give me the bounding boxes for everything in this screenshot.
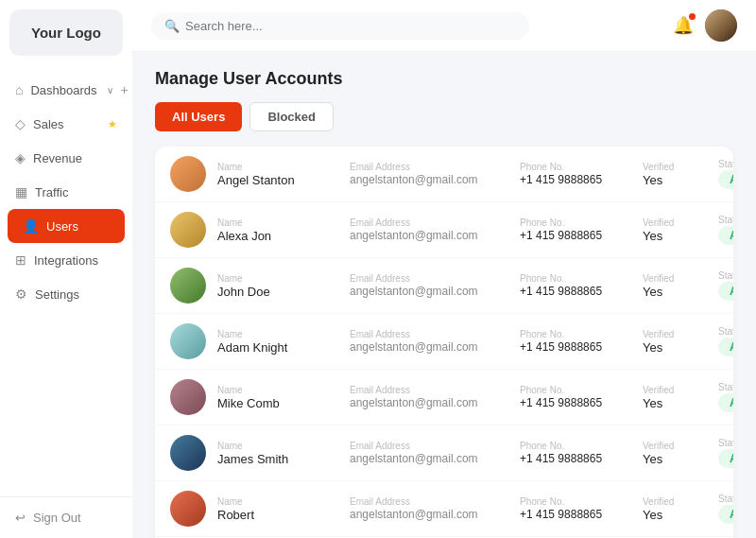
- phone-label: Phone No.: [520, 273, 643, 284]
- user-email-cell: Email Addressangelstanton@gmail.com: [350, 385, 520, 409]
- user-phone-cell: Phone No.+1 415 9888865: [520, 217, 643, 242]
- user-verified-cell: VerifiedYes: [643, 162, 718, 187]
- table-row: NameAlexa JonEmail Addressangelstanton@g…: [155, 202, 733, 258]
- user-verified-cell: VerifiedYes: [643, 273, 718, 299]
- user-name: John Doe: [217, 285, 350, 299]
- user-name: Alexa Jon: [217, 229, 350, 243]
- user-status-cell: StatusActive: [718, 326, 733, 356]
- add-icon[interactable]: +: [121, 82, 129, 97]
- sidebar-item-settings[interactable]: ⚙ Settings: [0, 277, 132, 311]
- name-label: Name: [217, 385, 350, 395]
- user-phone: +1 415 9888865: [520, 508, 643, 521]
- user-phone: +1 415 9888865: [520, 340, 643, 354]
- status-badge: Active: [718, 338, 733, 356]
- page-title: Manage User Accounts: [155, 69, 733, 89]
- sidebar-item-revenue[interactable]: ◈ Revenue: [0, 141, 132, 175]
- email-label: Email Address: [350, 496, 520, 507]
- user-verified: Yes: [643, 173, 718, 187]
- header-actions: 🔔: [673, 9, 737, 42]
- notification-dot: [689, 13, 696, 20]
- tab-blocked[interactable]: Blocked: [249, 102, 334, 131]
- user-email-cell: Email Addressangelstanton@gmail.com: [350, 329, 520, 354]
- signout-icon: ↩: [15, 511, 26, 525]
- user-avatar: [170, 491, 206, 527]
- notification-bell[interactable]: 🔔: [673, 15, 694, 36]
- user-verified-cell: VerifiedYes: [643, 385, 718, 410]
- user-verified: Yes: [643, 285, 718, 299]
- sidebar-item-dashboards[interactable]: ⌂ Dashboards ∨ +: [0, 73, 132, 107]
- user-name-cell: NameMike Comb: [217, 385, 350, 410]
- search-icon: 🔍: [164, 19, 180, 33]
- verified-label: Verified: [643, 441, 718, 451]
- verified-label: Verified: [643, 217, 718, 228]
- sign-out-label: Sign Out: [33, 511, 81, 525]
- sidebar-label-sales: Sales: [33, 117, 64, 131]
- sidebar-item-sales[interactable]: ◇ Sales ★: [0, 107, 132, 141]
- sidebar-label-settings: Settings: [35, 287, 79, 302]
- status-label: Status: [718, 159, 733, 169]
- user-status-cell: StatusActive: [718, 382, 733, 412]
- sign-out-button[interactable]: ↩ Sign Out: [0, 496, 132, 538]
- user-phone-cell: Phone No.+1 415 9888865: [520, 162, 643, 186]
- name-label: Name: [217, 441, 350, 451]
- status-label: Status: [718, 215, 733, 225]
- sales-icon: ◇: [15, 116, 26, 131]
- user-email: angelstanton@gmail.com: [350, 173, 520, 186]
- avatar-image: [705, 9, 737, 42]
- revenue-icon: ◈: [15, 150, 26, 165]
- user-name-cell: NameJames Smith: [217, 441, 350, 466]
- phone-label: Phone No.: [520, 385, 643, 395]
- status-label: Status: [718, 270, 733, 281]
- user-name: Adam Knight: [217, 340, 350, 355]
- email-label: Email Address: [350, 441, 520, 451]
- sidebar-item-traffic[interactable]: ▦ Traffic: [0, 175, 132, 209]
- sidebar-item-users[interactable]: 👤 Users: [8, 209, 125, 243]
- sidebar: Your Logo ⌂ Dashboards ∨ + ◇ Sales ★ ◈ R…: [0, 0, 132, 538]
- user-verified-cell: VerifiedYes: [643, 496, 718, 522]
- sidebar-label-dashboards: Dashboards: [30, 83, 96, 97]
- user-name-cell: NameAlexa Jon: [217, 217, 350, 243]
- user-phone: +1 415 9888865: [520, 173, 643, 186]
- user-phone: +1 415 9888865: [520, 452, 643, 465]
- user-verified-cell: VerifiedYes: [643, 217, 718, 243]
- verified-label: Verified: [643, 273, 718, 284]
- sidebar-label-revenue: Revenue: [33, 151, 82, 165]
- user-avatar: [170, 268, 206, 304]
- table-row: NameAdam KnightEmail Addressangelstanton…: [155, 314, 733, 370]
- sidebar-label-traffic: Traffic: [35, 185, 68, 200]
- name-label: Name: [217, 217, 350, 228]
- name-label: Name: [217, 496, 350, 507]
- tab-all-users[interactable]: All Users: [155, 102, 242, 131]
- chevron-down-icon: ∨: [107, 85, 113, 95]
- content-area: Manage User Accounts All Users Blocked N…: [132, 52, 756, 538]
- sidebar-label-integrations: Integrations: [34, 253, 98, 268]
- logo: Your Logo: [9, 9, 123, 56]
- user-name-cell: NameAdam Knight: [217, 329, 350, 355]
- search-input[interactable]: [185, 19, 516, 33]
- name-label: Name: [217, 273, 350, 284]
- user-status-cell: StatusActive: [718, 494, 733, 524]
- user-name-cell: NameAngel Stanton: [217, 162, 350, 187]
- name-label: Name: [217, 162, 350, 172]
- status-badge: Active: [718, 393, 733, 412]
- status-label: Status: [718, 494, 733, 504]
- phone-label: Phone No.: [520, 329, 643, 339]
- user-status-cell: StatusActive: [718, 159, 733, 189]
- user-email: angelstanton@gmail.com: [350, 340, 520, 354]
- user-name: Robert: [217, 508, 350, 522]
- home-icon: ⌂: [15, 82, 23, 97]
- user-verified-cell: VerifiedYes: [643, 441, 718, 466]
- user-phone: +1 415 9888865: [520, 229, 643, 242]
- user-email-cell: Email Addressangelstanton@gmail.com: [350, 273, 520, 298]
- phone-label: Phone No.: [520, 441, 643, 451]
- email-label: Email Address: [350, 217, 520, 228]
- user-avatar: [170, 156, 206, 192]
- user-name: Mike Comb: [217, 396, 350, 410]
- user-verified-cell: VerifiedYes: [643, 329, 718, 355]
- avatar[interactable]: [705, 9, 737, 42]
- email-label: Email Address: [350, 329, 520, 339]
- sidebar-item-integrations[interactable]: ⊞ Integrations: [0, 243, 132, 277]
- user-verified: Yes: [643, 340, 718, 355]
- search-box[interactable]: 🔍: [151, 12, 529, 40]
- user-email-cell: Email Addressangelstanton@gmail.com: [350, 162, 520, 186]
